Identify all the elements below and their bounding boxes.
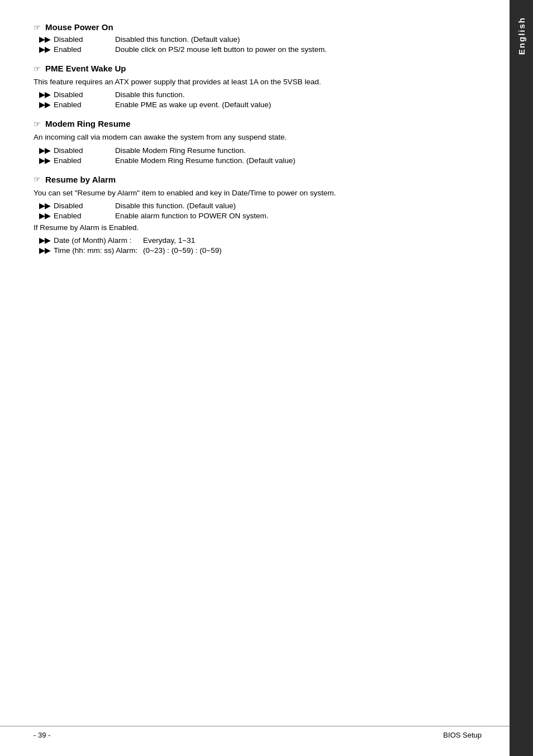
option-arrow-icon: ▶▶ [39, 202, 50, 210]
section-modem-ring-resume: ☞ Modem Ring Resume An incoming call via… [34, 119, 482, 164]
option-row: ▶▶ Enabled Enable PME as wake up event. … [39, 101, 482, 109]
option-row: ▶▶ Time (hh: mm: ss) Alarm: (0~23) : (0~… [39, 246, 482, 255]
section-title-pme-event-wake-up: ☞ PME Event Wake Up [34, 64, 482, 73]
page-number: - 39 - [34, 731, 50, 739]
section-description: An incoming call via modem can awake the… [34, 132, 482, 143]
option-arrow-icon: ▶▶ [39, 45, 50, 54]
option-arrow-icon: ▶▶ [39, 246, 50, 255]
section-title-modem-ring-resume: ☞ Modem Ring Resume [34, 119, 482, 128]
extra-note: If Resume by Alarm is Enabled. [34, 222, 482, 233]
option-arrow-icon: ▶▶ [39, 101, 50, 109]
page-container: ☞ Mouse Power On ▶▶ Disabled Disabled th… [0, 0, 533, 756]
sidebar-label: English [517, 17, 526, 55]
option-row: ▶▶ Date (of Month) Alarm : Everyday, 1~3… [39, 236, 482, 245]
section-pme-event-wake-up: ☞ PME Event Wake Up This feature require… [34, 64, 482, 109]
option-arrow-icon: ▶▶ [39, 236, 50, 245]
section-description: This feature requires an ATX power suppl… [34, 76, 482, 88]
option-row: ▶▶ Enabled Enable alarm function to POWE… [39, 212, 482, 220]
section-mouse-power-on: ☞ Mouse Power On ▶▶ Disabled Disabled th… [34, 22, 482, 54]
option-row: ▶▶ Enabled Double click on PS/2 mouse le… [39, 45, 482, 54]
section-marker-icon: ☞ [34, 175, 41, 184]
option-arrow-icon: ▶▶ [39, 146, 50, 155]
section-resume-by-alarm: ☞ Resume by Alarm You can set "Resume by… [34, 175, 482, 255]
footer-title: BIOS Setup [443, 731, 482, 739]
footer: - 39 - BIOS Setup [0, 726, 510, 739]
option-row: ▶▶ Disabled Disable Modem Ring Resume fu… [39, 146, 482, 155]
option-row: ▶▶ Disabled Disable this function. (Defa… [39, 202, 482, 210]
option-row: ▶▶ Disabled Disable this function. [39, 90, 482, 99]
section-title-mouse-power-on: ☞ Mouse Power On [34, 22, 482, 32]
option-row: ▶▶ Enabled Enable Modem Ring Resume func… [39, 156, 482, 165]
option-arrow-icon: ▶▶ [39, 156, 50, 165]
main-content: ☞ Mouse Power On ▶▶ Disabled Disabled th… [0, 0, 510, 756]
option-arrow-icon: ▶▶ [39, 90, 50, 99]
section-marker-icon: ☞ [34, 64, 41, 73]
section-marker-icon: ☞ [34, 119, 41, 128]
option-row: ▶▶ Disabled Disabled this function. (Def… [39, 35, 482, 44]
sidebar: English [510, 0, 533, 756]
section-marker-icon: ☞ [34, 23, 41, 32]
section-description: You can set "Resume by Alarm" item to en… [34, 188, 482, 199]
option-arrow-icon: ▶▶ [39, 212, 50, 220]
option-arrow-icon: ▶▶ [39, 35, 50, 44]
section-title-resume-by-alarm: ☞ Resume by Alarm [34, 175, 482, 184]
